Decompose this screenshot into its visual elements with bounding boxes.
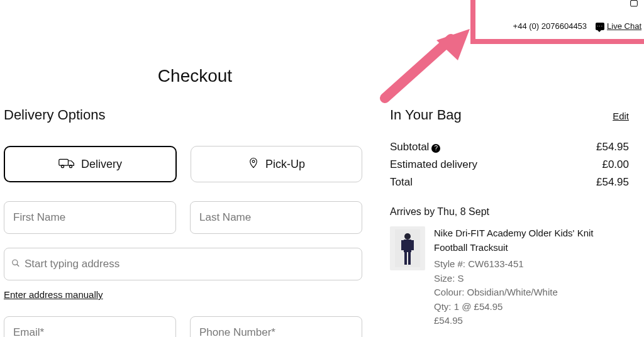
product-qty: Qty: 1 @ £54.95 xyxy=(434,300,629,314)
delivery-option-ship[interactable]: Delivery xyxy=(4,146,177,182)
delivery-option-pickup[interactable]: Pick-Up xyxy=(191,146,362,182)
enter-address-manually-link[interactable]: Enter address manually xyxy=(4,289,103,300)
bag-item: Nike Dri-FIT Academy Older Kids' Knit Fo… xyxy=(390,226,629,328)
svg-rect-13 xyxy=(408,252,411,265)
email-field[interactable] xyxy=(4,316,176,337)
total-label: Total xyxy=(390,176,413,189)
svg-marker-2 xyxy=(436,29,470,60)
product-thumbnail xyxy=(390,226,425,270)
svg-rect-12 xyxy=(404,252,407,265)
svg-rect-3 xyxy=(59,159,69,165)
delivery-option-ship-label: Delivery xyxy=(81,158,122,171)
svg-rect-15 xyxy=(411,240,414,250)
delivery-options-heading: Delivery Options xyxy=(4,107,362,123)
svg-line-8 xyxy=(17,264,19,267)
cart-icon[interactable] xyxy=(628,0,640,10)
first-name-field[interactable] xyxy=(4,201,176,234)
svg-rect-0 xyxy=(631,1,638,6)
live-chat-label: Live Chat xyxy=(607,21,641,31)
shipping-label: Estimated delivery xyxy=(390,158,477,171)
help-icon[interactable]: ? xyxy=(431,144,440,153)
svg-rect-11 xyxy=(404,240,411,252)
bag-heading: In Your Bag xyxy=(390,107,462,123)
live-chat-link[interactable]: Live Chat xyxy=(596,21,641,31)
annotation-arrow xyxy=(379,29,473,104)
svg-point-4 xyxy=(61,165,64,167)
svg-line-1 xyxy=(385,39,451,98)
svg-point-5 xyxy=(69,165,72,167)
svg-point-10 xyxy=(404,233,411,240)
svg-rect-14 xyxy=(401,240,404,250)
subtotal-label: Subtotal? xyxy=(390,141,440,153)
phone-field[interactable] xyxy=(190,316,362,337)
delivery-option-pickup-label: Pick-Up xyxy=(265,158,305,171)
chat-icon xyxy=(596,23,604,30)
truck-icon xyxy=(58,157,75,172)
shipping-value: £0.00 xyxy=(602,158,629,171)
total-value: £54.95 xyxy=(596,176,629,189)
svg-point-7 xyxy=(13,260,18,265)
page-title: Checkout xyxy=(0,66,390,86)
search-icon xyxy=(11,259,20,270)
product-name: Nike Dri-FIT Academy Older Kids' Knit Fo… xyxy=(434,226,629,255)
address-search-field[interactable] xyxy=(4,248,362,280)
product-size: Size: S xyxy=(434,272,629,286)
product-style: Style #: CW6133-451 xyxy=(434,257,629,272)
pin-icon xyxy=(248,156,259,173)
subtotal-value: £54.95 xyxy=(596,141,629,153)
product-colour: Colour: Obsidian/White/White xyxy=(434,285,629,300)
product-price: £54.95 xyxy=(434,314,629,328)
arrival-estimate: Arrives by Thu, 8 Sept xyxy=(390,206,629,218)
support-phone: +44 (0) 2076604453 xyxy=(513,21,587,31)
last-name-field[interactable] xyxy=(190,201,362,234)
svg-point-6 xyxy=(252,160,255,162)
edit-bag-link[interactable]: Edit xyxy=(613,111,629,121)
